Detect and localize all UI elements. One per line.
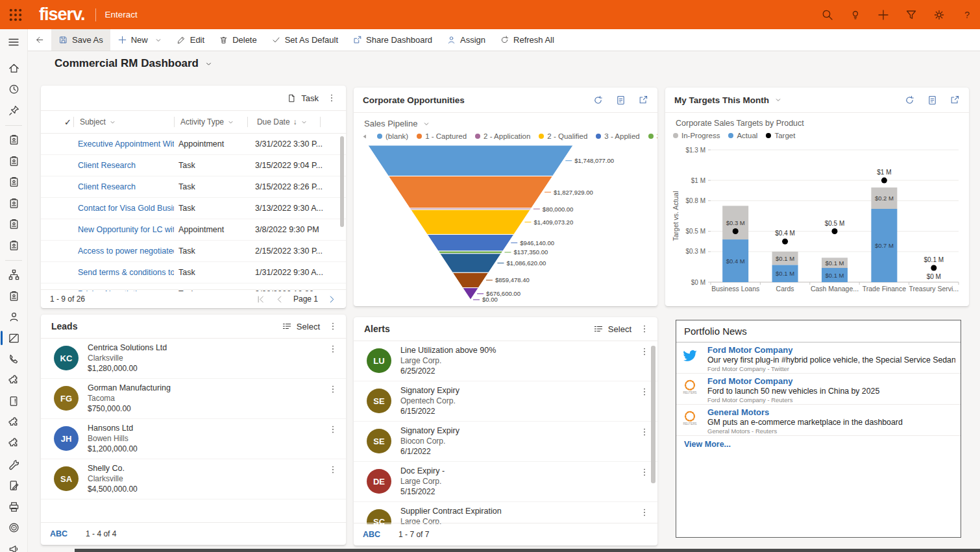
funnel-segment[interactable] [463, 288, 478, 300]
waffle-menu-button[interactable] [8, 7, 23, 23]
edit-button[interactable]: Edit [169, 29, 212, 51]
refresh-icon[interactable] [904, 95, 915, 106]
report-icon[interactable] [927, 95, 938, 106]
more-options-button[interactable] [639, 467, 650, 477]
search-button[interactable] [820, 8, 834, 21]
funnel-segment[interactable] [388, 176, 552, 208]
sidebar-item-home[interactable] [0, 58, 27, 79]
next-page-button[interactable] [327, 294, 337, 304]
refresh-all-button[interactable]: Refresh All [493, 29, 561, 51]
column-header-due-date[interactable]: Due Date↓ [257, 117, 325, 126]
report-icon[interactable] [615, 95, 626, 106]
funnel-segment[interactable] [411, 210, 530, 234]
table-row[interactable]: Contact for Visa Gold BusinessTask3/13/2… [41, 198, 346, 219]
chart-view-selector[interactable]: Sales Pipeline [354, 113, 657, 128]
hamburger-menu-button[interactable] [7, 36, 27, 49]
sidebar-item-clipboard[interactable] [0, 285, 27, 307]
sidebar-item-pin[interactable] [0, 100, 27, 121]
column-header-activity-type[interactable]: Activity Type [180, 117, 254, 126]
sidebar-item-clipboard[interactable] [0, 172, 27, 193]
column-header-subject[interactable]: Subject [80, 117, 176, 126]
sidebar-item-wrench[interactable] [0, 454, 27, 475]
funnel-segment[interactable] [440, 254, 501, 272]
news-item[interactable]: Ford Motor CompanyOur very first plug-in… [676, 342, 961, 374]
alert-item[interactable]: DEDoc Expiry -Large Corp.5/15/2022 [354, 462, 657, 502]
news-title-link[interactable]: Ford Motor Company [707, 345, 792, 355]
view-more-link[interactable]: View More... [684, 440, 731, 449]
save-as-button[interactable]: Save As [51, 29, 110, 51]
target-dot[interactable] [832, 228, 838, 234]
filter-button[interactable] [904, 8, 918, 21]
gear-button[interactable] [932, 8, 946, 21]
sidebar-item-puzzle[interactable] [0, 433, 27, 455]
task-subject-link[interactable]: Client Research [78, 161, 174, 170]
target-dot[interactable] [931, 265, 937, 271]
sidebar-item-puzzle[interactable] [0, 412, 27, 433]
table-row[interactable]: Client ResearchTask3/15/2022 8:26 P... [41, 176, 346, 198]
news-item[interactable]: REUTERSFord Motor CompanyFord to launch … [676, 374, 961, 405]
funnel-segment[interactable] [452, 272, 488, 287]
legend-scroll-left[interactable] [361, 133, 369, 140]
alert-item[interactable]: SCSupplier Contract ExpirationLarge Corp… [354, 502, 657, 524]
news-title-link[interactable]: General Motors [707, 407, 769, 417]
sidebar-item-fax[interactable] [0, 496, 27, 518]
more-options-button[interactable] [328, 464, 338, 475]
lead-item[interactable]: JHHansons LtdBowen Hills$1,200,000.00 [41, 419, 346, 459]
lightbulb-button[interactable] [848, 8, 862, 21]
sidebar-item-clipboard[interactable] [0, 150, 27, 172]
open-in-new-icon[interactable] [638, 95, 648, 105]
target-dot[interactable] [782, 239, 788, 245]
assign-button[interactable]: Assign [439, 29, 493, 51]
delete-button[interactable]: Delete [212, 29, 264, 51]
sidebar-item-clipboard[interactable] [0, 214, 27, 235]
plus-button[interactable] [876, 8, 890, 21]
funnel-segment[interactable] [368, 145, 573, 176]
sidebar-item-clipboard[interactable] [0, 130, 27, 151]
table-row[interactable]: Executive Appointment With LAppointment3… [41, 134, 346, 155]
table-row[interactable]: Access to power negotiatedTask2/15/2022 … [41, 241, 346, 262]
help-button[interactable]: ? [960, 8, 974, 21]
more-options-button[interactable] [639, 387, 650, 397]
table-row[interactable]: New Opportunity for LC with NAppointment… [41, 219, 346, 241]
news-title-link[interactable]: Ford Motor Company [707, 376, 792, 386]
first-page-button[interactable] [256, 294, 265, 304]
previous-page-button[interactable] [275, 294, 284, 304]
task-subject-link[interactable]: Client Research [78, 182, 174, 191]
sidebar-item-puzzle[interactable] [0, 370, 27, 391]
new-button[interactable]: New [110, 29, 169, 51]
more-options-button[interactable] [639, 507, 650, 518]
select-button[interactable]: Select [593, 324, 631, 334]
lead-item[interactable]: KCCentrica Solutions LtdClarksville$1,28… [41, 339, 346, 379]
abc-filter-link[interactable]: ABC [363, 530, 380, 539]
sidebar-item-phone[interactable] [0, 349, 27, 370]
more-options-button[interactable] [328, 384, 338, 394]
share-dashboard-button[interactable]: Share Dashboard [345, 29, 439, 51]
select-button[interactable]: Select [282, 321, 320, 331]
sidebar-item-clock[interactable] [0, 79, 27, 101]
alert-item[interactable]: LULine Utilization above 90%Large Corp.6… [354, 341, 657, 381]
task-subject-link[interactable]: Access to power negotiated [78, 246, 174, 256]
open-in-new-icon[interactable] [949, 95, 960, 105]
refresh-icon[interactable] [593, 95, 604, 106]
set-as-default-button[interactable]: Set As Default [264, 29, 345, 51]
target-dot[interactable] [881, 178, 887, 184]
more-options-button[interactable] [328, 424, 338, 435]
task-subject-link[interactable]: Executive Appointment With L [78, 139, 174, 149]
table-row[interactable]: Client ResearchTask3/15/2022 9:04 P... [41, 155, 346, 176]
funnel-segment[interactable] [438, 251, 502, 254]
sidebar-item-dashboard[interactable] [0, 328, 27, 349]
alert-item[interactable]: SESignatory ExpiryOpentech Corp.6/15/202… [354, 381, 657, 422]
funnel-segment[interactable] [427, 234, 514, 251]
more-options-button[interactable] [326, 93, 337, 103]
sidebar-item-flow[interactable] [0, 265, 27, 286]
back-button[interactable] [27, 29, 51, 51]
sidebar-item-clipboard[interactable] [0, 193, 27, 214]
abc-filter-link[interactable]: ABC [50, 529, 67, 538]
more-options-button[interactable] [639, 427, 650, 437]
more-options-button[interactable] [639, 324, 650, 334]
task-entity-button[interactable]: Task [287, 93, 319, 103]
more-options-button[interactable] [328, 321, 338, 331]
more-options-button[interactable] [639, 346, 650, 357]
task-subject-link[interactable]: New Opportunity for LC with N [78, 225, 174, 234]
tasks-scrollbar[interactable] [340, 136, 344, 227]
